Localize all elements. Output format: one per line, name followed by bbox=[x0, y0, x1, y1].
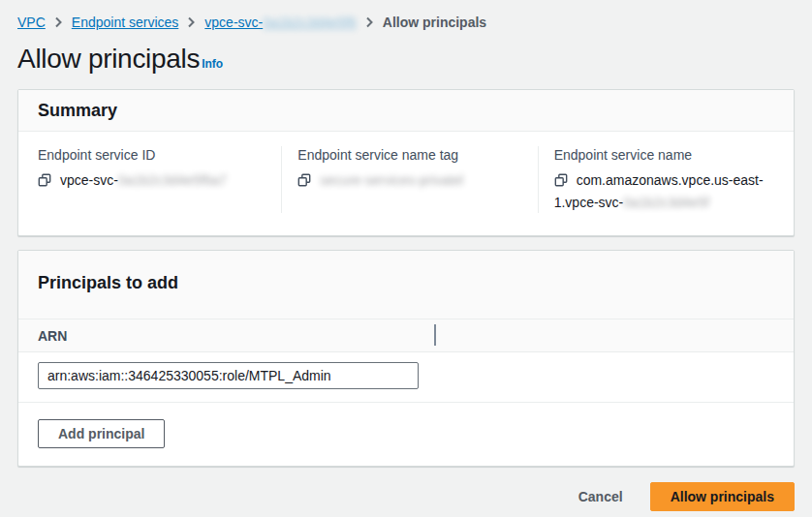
summary-card-header: Summary bbox=[18, 90, 794, 132]
principals-card-header: Principals to add bbox=[18, 251, 794, 319]
add-principal-row: Add principal bbox=[18, 403, 794, 466]
chevron-right-icon bbox=[54, 16, 63, 28]
arn-table-header: ARN bbox=[18, 319, 794, 352]
field-label: Endpoint service name bbox=[554, 146, 774, 164]
copy-icon[interactable] bbox=[554, 172, 568, 193]
add-principal-button[interactable]: Add principal bbox=[38, 419, 165, 448]
summary-body: Endpoint service ID vpce-svc-0a1b2c3d4e5… bbox=[18, 132, 794, 235]
summary-heading: Summary bbox=[38, 101, 774, 121]
page-title: Allow principals bbox=[17, 44, 200, 75]
redacted-text: 0a1b2c3d4e5f6a7 bbox=[118, 172, 227, 188]
redacted-text: 0a1b2c3d4e5f6 bbox=[263, 15, 357, 30]
copy-icon[interactable] bbox=[297, 172, 311, 193]
chevron-right-icon bbox=[187, 16, 196, 28]
chevron-right-icon bbox=[365, 16, 374, 28]
field-value: vpce-svc-0a1b2c3d4e5f6a7 bbox=[38, 170, 262, 193]
cancel-button[interactable]: Cancel bbox=[559, 483, 642, 510]
column-resize-handle[interactable] bbox=[434, 324, 436, 346]
breadcrumb-endpoint-service-id[interactable]: vpce-svc-0a1b2c3d4e5f6 bbox=[204, 14, 356, 31]
footer-actions: Cancel Allow principals bbox=[17, 482, 795, 511]
breadcrumb: VPC Endpoint services vpce-svc-0a1b2c3d4… bbox=[17, 14, 795, 31]
redacted-text: secure-services-privatel bbox=[320, 172, 463, 188]
allow-principals-page: VPC Endpoint services vpce-svc-0a1b2c3d4… bbox=[0, 0, 812, 511]
field-value: com.amazonaws.vpce.us-east-1.vpce-svc-0a… bbox=[554, 170, 774, 213]
allow-principals-button[interactable]: Allow principals bbox=[650, 482, 795, 511]
endpoint-service-id-prefix: vpce-svc- bbox=[60, 172, 118, 188]
field-label: Endpoint service name tag bbox=[297, 146, 517, 164]
summary-field-endpoint-service-name-tag: Endpoint service name tag secure-service… bbox=[281, 146, 537, 213]
page-title-row: Allow principals Info bbox=[17, 44, 795, 75]
arn-input-row bbox=[18, 352, 794, 403]
summary-field-endpoint-service-id: Endpoint service ID vpce-svc-0a1b2c3d4e5… bbox=[18, 146, 281, 213]
breadcrumb-endpoint-services[interactable]: Endpoint services bbox=[72, 14, 179, 31]
copy-icon[interactable] bbox=[38, 172, 51, 193]
field-label: Endpoint service ID bbox=[38, 146, 262, 164]
summary-card: Summary Endpoint service ID vpce-svc-0a1… bbox=[17, 89, 795, 236]
principals-heading: Principals to add bbox=[38, 273, 774, 293]
breadcrumb-vpc[interactable]: VPC bbox=[17, 14, 46, 31]
redacted-text: 0a1b2c3d4e5f bbox=[623, 195, 709, 210]
breadcrumb-current: Allow principals bbox=[383, 14, 486, 31]
arn-column-header: ARN bbox=[38, 328, 67, 344]
info-link[interactable]: Info bbox=[202, 57, 223, 75]
field-value: secure-services-privatel bbox=[297, 170, 517, 193]
principals-to-add-card: Principals to add ARN Add principal bbox=[17, 250, 795, 467]
arn-input[interactable] bbox=[38, 362, 419, 389]
breadcrumb-service-id-prefix: vpce-svc- bbox=[204, 15, 263, 30]
summary-field-endpoint-service-name: Endpoint service name com.amazonaws.vpce… bbox=[538, 146, 794, 213]
